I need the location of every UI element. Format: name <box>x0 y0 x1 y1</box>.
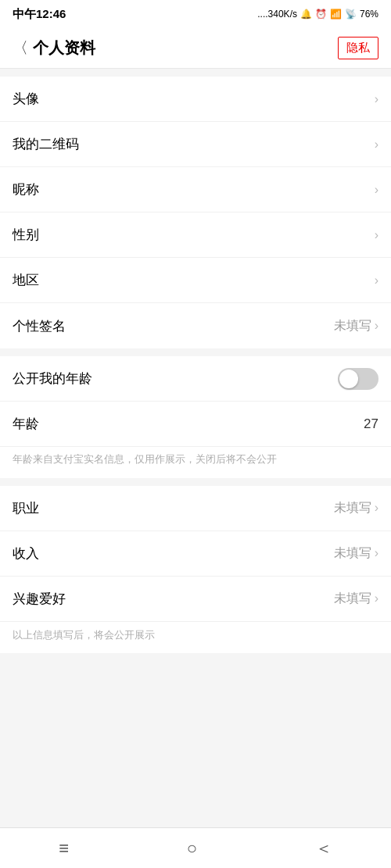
qrcode-right: › <box>375 138 378 152</box>
nickname-label: 昵称 <box>13 180 39 198</box>
nickname-chevron-icon: › <box>375 183 378 197</box>
occupation-label: 职业 <box>13 499 39 517</box>
qrcode-chevron-icon: › <box>375 138 378 152</box>
privacy-button[interactable]: 隐私 <box>338 37 378 59</box>
alarm-icon: 🔔 <box>300 9 312 20</box>
avatar-label: 头像 <box>13 90 39 108</box>
income-item[interactable]: 收入 未填写 › <box>0 531 391 577</box>
page-title: 个人资料 <box>33 38 95 59</box>
interests-chevron-icon: › <box>375 591 378 605</box>
wifi-icon: 📡 <box>345 9 357 20</box>
occupation-right: 未填写 › <box>334 500 378 516</box>
menu-icon[interactable]: ≡ <box>59 838 69 859</box>
avatar-right: › <box>375 92 378 106</box>
age-value: 27 <box>364 416 378 432</box>
age-right: 27 <box>364 416 378 432</box>
show-age-toggle-container <box>338 368 378 390</box>
toggle-knob <box>339 370 358 388</box>
income-chevron-icon: › <box>375 546 378 560</box>
nickname-item[interactable]: 昵称 › <box>0 167 391 213</box>
home-icon[interactable]: ○ <box>187 838 197 859</box>
section-divider-age <box>0 348 391 356</box>
back-button[interactable]: 〈 个人资料 <box>13 38 95 59</box>
gender-right: › <box>375 228 378 242</box>
section-divider-top <box>0 69 391 77</box>
income-value: 未填写 <box>334 545 371 562</box>
region-chevron-icon: › <box>375 273 378 288</box>
income-label: 收入 <box>13 545 39 563</box>
occupation-value: 未填写 <box>334 500 371 516</box>
status-time: 中午12:46 <box>13 7 66 22</box>
age-info-text: 年龄来自支付宝实名信息，仅用作展示，关闭后将不会公开 <box>0 447 391 478</box>
occupation-item[interactable]: 职业 未填写 › <box>0 486 391 531</box>
gender-item[interactable]: 性别 › <box>0 213 391 258</box>
region-right: › <box>375 273 378 288</box>
show-age-item[interactable]: 公开我的年龄 <box>0 356 391 402</box>
gender-chevron-icon: › <box>375 228 378 242</box>
basic-info-section: 头像 › 我的二维码 › 昵称 › 性别 › 地区 › 个性签名 未填写 › <box>0 77 391 348</box>
income-right: 未填写 › <box>334 545 378 562</box>
interests-right: 未填写 › <box>334 591 378 607</box>
region-item[interactable]: 地区 › <box>0 258 391 303</box>
signature-item[interactable]: 个性签名 未填写 › <box>0 303 391 348</box>
interests-value: 未填写 <box>334 591 371 607</box>
avatar-item[interactable]: 头像 › <box>0 77 391 122</box>
interests-label: 兴趣爱好 <box>13 590 66 608</box>
avatar-chevron-icon: › <box>375 92 378 106</box>
show-age-toggle[interactable] <box>338 368 378 390</box>
signature-chevron-icon: › <box>375 319 378 333</box>
section-divider-profile <box>0 478 391 486</box>
nickname-right: › <box>375 183 378 197</box>
signature-right: 未填写 › <box>334 318 378 334</box>
network-status: ....340K/s <box>257 9 297 20</box>
clock-icon: ⏰ <box>315 9 327 20</box>
signature-value: 未填写 <box>334 318 371 334</box>
show-age-label: 公开我的年龄 <box>13 370 92 388</box>
region-label: 地区 <box>13 271 39 289</box>
back-nav-icon[interactable]: ＜ <box>315 837 332 860</box>
interests-item[interactable]: 兴趣爱好 未填写 › <box>0 577 391 622</box>
occupation-chevron-icon: › <box>375 501 378 515</box>
profile-section: 职业 未填写 › 收入 未填写 › 兴趣爱好 未填写 › 以上信息填写后，将会公… <box>0 486 391 653</box>
bottom-nav: ≡ ○ ＜ <box>0 827 391 868</box>
back-icon: 〈 <box>13 38 28 59</box>
status-icons: ....340K/s 🔔 ⏰ 📶 📡 76% <box>257 9 378 20</box>
qrcode-label: 我的二维码 <box>13 135 79 153</box>
age-label: 年龄 <box>13 415 39 433</box>
signature-label: 个性签名 <box>13 317 66 335</box>
signal-icon: 📶 <box>330 9 342 20</box>
age-section: 公开我的年龄 年龄 27 年龄来自支付宝实名信息，仅用作展示，关闭后将不会公开 <box>0 356 391 478</box>
public-info-note: 以上信息填写后，将会公开展示 <box>0 622 391 653</box>
gender-label: 性别 <box>13 226 39 244</box>
age-item: 年龄 27 <box>0 402 391 447</box>
battery-status: 76% <box>360 9 378 20</box>
status-bar: 中午12:46 ....340K/s 🔔 ⏰ 📶 📡 76% <box>0 0 391 28</box>
qrcode-item[interactable]: 我的二维码 › <box>0 122 391 167</box>
header: 〈 个人资料 隐私 <box>0 28 391 69</box>
